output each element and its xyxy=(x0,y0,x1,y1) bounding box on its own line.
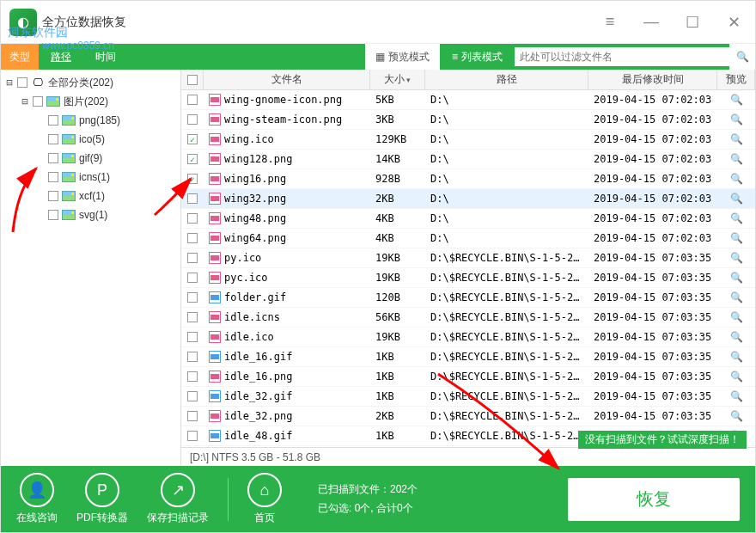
magnify-icon[interactable]: 🔍 xyxy=(730,153,743,165)
table-row[interactable]: py.ico19KBD:\$RECYCLE.BIN\S-1-5-21-10577… xyxy=(181,248,755,268)
magnify-icon[interactable]: 🔍 xyxy=(730,94,743,106)
row-checkbox[interactable]: ✓ xyxy=(187,134,198,144)
tree-checkbox[interactable] xyxy=(33,96,43,107)
tree-checkbox[interactable] xyxy=(17,77,27,88)
tree-checkbox[interactable] xyxy=(48,172,58,182)
select-all-checkbox[interactable] xyxy=(187,75,198,85)
row-checkbox[interactable] xyxy=(187,352,198,362)
magnify-icon[interactable]: 🔍 xyxy=(730,232,743,244)
table-row[interactable]: ✓wing128.png14KBD:\2019-04-15 07:02:03🔍 xyxy=(181,150,755,169)
row-checkbox[interactable] xyxy=(187,312,198,322)
recover-button[interactable]: 恢复 xyxy=(568,478,740,521)
tree-node[interactable]: png(185) xyxy=(1,111,180,130)
tree-checkbox[interactable] xyxy=(48,115,58,126)
table-row[interactable]: idle_16.gif1KBD:\$RECYCLE.BIN\S-1-5-21-1… xyxy=(181,347,755,367)
row-checkbox[interactable] xyxy=(187,292,198,303)
magnify-icon[interactable]: 🔍 xyxy=(730,351,743,363)
magnify-icon[interactable]: 🔍 xyxy=(730,272,743,284)
table-row[interactable]: idle_32.png2KBD:\$RECYCLE.BIN\S-1-5-21-1… xyxy=(181,407,755,426)
table-row[interactable]: ✓wing16.png928BD:\2019-04-15 07:02:03🔍 xyxy=(181,169,755,189)
close-icon[interactable]: ✕ xyxy=(721,9,747,35)
header-path[interactable]: 路径 xyxy=(425,70,588,89)
table-row[interactable]: ✓wing.ico129KBD:\2019-04-15 07:02:03🔍 xyxy=(181,130,755,150)
deep-scan-link[interactable]: 没有扫描到文件？试试深度扫描！ xyxy=(578,431,747,449)
row-checkbox[interactable] xyxy=(187,411,198,421)
tree-node[interactable]: icns(1) xyxy=(1,168,180,187)
file-size: 129KB xyxy=(370,133,425,145)
time-tab[interactable]: 时间 xyxy=(83,44,128,70)
row-checkbox[interactable] xyxy=(187,213,198,224)
maximize-icon[interactable]: ☐ xyxy=(680,9,705,35)
row-checkbox[interactable] xyxy=(187,253,198,263)
minimize-icon[interactable]: — xyxy=(638,9,664,35)
table-row[interactable]: wing-steam-icon.png3KBD:\2019-04-15 07:0… xyxy=(181,110,755,130)
header-size[interactable]: 大小▾ xyxy=(370,70,425,89)
tree-node[interactable]: svg(1) xyxy=(1,205,180,224)
magnify-icon[interactable]: 🔍 xyxy=(730,173,743,185)
file-path: D:\$RECYCLE.BIN\S-1-5-21-105777 xyxy=(425,291,588,303)
row-checkbox[interactable] xyxy=(187,391,198,401)
magnify-icon[interactable]: 🔍 xyxy=(730,193,743,205)
row-checkbox[interactable]: ✓ xyxy=(187,174,198,184)
tree-toggle-icon[interactable]: ⊟ xyxy=(4,77,15,89)
tree-node[interactable]: ⊟🖵全部分类(202) xyxy=(1,73,180,92)
header-filename[interactable]: 文件名 xyxy=(204,70,370,89)
image-type-icon xyxy=(62,191,76,201)
file-name: idle_48.gif xyxy=(224,430,292,442)
row-checkbox[interactable] xyxy=(187,273,198,283)
row-checkbox[interactable] xyxy=(187,193,198,204)
pdf-converter-button[interactable]: P PDF转换器 xyxy=(76,473,128,525)
filter-input[interactable] xyxy=(515,47,729,66)
table-row[interactable]: wing32.png2KBD:\2019-04-15 07:02:03🔍 xyxy=(181,189,755,209)
magnify-icon[interactable]: 🔍 xyxy=(730,113,743,126)
magnify-icon[interactable]: 🔍 xyxy=(730,331,743,343)
file-size: 2KB xyxy=(370,193,425,205)
menu-icon[interactable]: ≡ xyxy=(597,9,623,35)
preview-mode-button[interactable]: ▦预览模式 xyxy=(365,44,440,70)
table-row[interactable]: wing-gnome-icon.png5KBD:\2019-04-15 07:0… xyxy=(181,90,755,110)
magnify-icon[interactable]: 🔍 xyxy=(730,311,743,323)
home-button[interactable]: ⌂ 首页 xyxy=(247,473,282,525)
file-list[interactable]: wing-gnome-icon.png5KBD:\2019-04-15 07:0… xyxy=(181,90,755,447)
file-type-icon xyxy=(209,291,221,303)
table-row[interactable]: idle_32.gif1KBD:\$RECYCLE.BIN\S-1-5-21-1… xyxy=(181,387,755,407)
table-row[interactable]: wing48.png4KBD:\2019-04-15 07:02:03🔍 xyxy=(181,209,755,229)
tree-node[interactable]: gif(9) xyxy=(1,149,180,168)
table-row[interactable]: idle.ico19KBD:\$RECYCLE.BIN\S-1-5-21-105… xyxy=(181,328,755,347)
magnify-icon[interactable]: 🔍 xyxy=(730,133,743,145)
row-checkbox[interactable] xyxy=(187,95,198,105)
header-preview: 预览 xyxy=(717,70,755,89)
magnify-icon[interactable]: 🔍 xyxy=(730,410,743,422)
save-scan-button[interactable]: ↗ 保存扫描记录 xyxy=(147,473,209,525)
table-row[interactable]: wing64.png4KBD:\2019-04-15 07:02:03🔍 xyxy=(181,229,755,248)
row-checkbox[interactable] xyxy=(187,332,198,342)
table-row[interactable]: pyc.ico19KBD:\$RECYCLE.BIN\S-1-5-21-1057… xyxy=(181,268,755,288)
magnify-icon[interactable]: 🔍 xyxy=(730,291,743,303)
tree-checkbox[interactable] xyxy=(48,191,58,201)
tree-node[interactable]: ⊟图片(202) xyxy=(1,92,180,111)
magnify-icon[interactable]: 🔍 xyxy=(730,390,743,402)
search-icon[interactable]: 🔍 xyxy=(729,44,755,70)
row-checkbox[interactable]: ✓ xyxy=(187,154,198,164)
magnify-icon[interactable]: 🔍 xyxy=(730,371,743,383)
row-checkbox[interactable] xyxy=(187,431,198,441)
tree-checkbox[interactable] xyxy=(48,153,58,163)
magnify-icon[interactable]: 🔍 xyxy=(730,252,743,264)
row-checkbox[interactable] xyxy=(187,233,198,243)
row-checkbox[interactable] xyxy=(187,371,198,382)
table-row[interactable]: idle.icns56KBD:\$RECYCLE.BIN\S-1-5-21-10… xyxy=(181,308,755,328)
tree-checkbox[interactable] xyxy=(48,210,58,220)
list-mode-button[interactable]: ≡列表模式 xyxy=(442,44,513,70)
tree-checkbox[interactable] xyxy=(48,134,58,144)
magnify-icon[interactable]: 🔍 xyxy=(730,212,743,224)
tree-node[interactable]: ico(5) xyxy=(1,130,180,149)
tree-node[interactable]: xcf(1) xyxy=(1,187,180,205)
file-size: 19KB xyxy=(370,331,425,343)
row-checkbox[interactable] xyxy=(187,114,198,125)
table-row[interactable]: folder.gif120BD:\$RECYCLE.BIN\S-1-5-21-1… xyxy=(181,288,755,308)
table-row[interactable]: idle_16.png1KBD:\$RECYCLE.BIN\S-1-5-21-1… xyxy=(181,367,755,387)
path-tab[interactable]: 路径 xyxy=(39,44,83,70)
header-date[interactable]: 最后修改时间 xyxy=(588,70,717,89)
tree-toggle-icon[interactable]: ⊟ xyxy=(20,95,30,107)
online-support-button[interactable]: 👤 在线咨询 xyxy=(16,473,58,525)
